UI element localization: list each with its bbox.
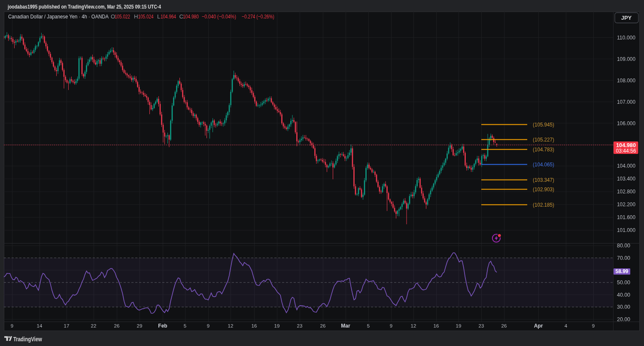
svg-text:23: 23	[297, 323, 303, 328]
svg-text:17: 17	[64, 323, 70, 328]
svg-text:L: L	[157, 13, 160, 20]
svg-text:14: 14	[37, 323, 43, 328]
svg-text:03:44:56: 03:44:56	[616, 148, 636, 154]
svg-text:(105.945): (105.945)	[533, 122, 554, 128]
svg-text:20.00: 20.00	[617, 316, 630, 322]
svg-text:26: 26	[114, 323, 120, 328]
svg-text:Canadian Dollar / Japanese Yen: Canadian Dollar / Japanese Yen · 4h · OA…	[8, 13, 109, 20]
svg-text:104.000: 104.000	[617, 163, 635, 169]
svg-text:JPY: JPY	[621, 15, 632, 21]
svg-text:104.980: 104.980	[183, 13, 199, 20]
svg-text:23: 23	[479, 323, 484, 328]
svg-text:26: 26	[320, 323, 326, 328]
svg-text:30.00: 30.00	[617, 304, 630, 310]
svg-text:26: 26	[501, 323, 507, 328]
svg-text:16: 16	[252, 323, 257, 328]
svg-text:5: 5	[367, 323, 370, 328]
svg-text:(105.227): (105.227)	[533, 137, 554, 143]
svg-text:80.00: 80.00	[617, 243, 630, 249]
svg-text:104.964: 104.964	[161, 13, 176, 20]
svg-text:joodabas1995 published on Trad: joodabas1995 published on TradingView.co…	[7, 3, 161, 10]
svg-text:H: H	[134, 13, 138, 20]
svg-text:101.600: 101.600	[617, 214, 635, 220]
svg-text:106.000: 106.000	[617, 120, 635, 126]
svg-text:29: 29	[137, 323, 143, 328]
svg-text:4: 4	[565, 323, 568, 328]
svg-text:(102.903): (102.903)	[533, 187, 554, 193]
svg-text:103.400: 103.400	[617, 176, 635, 182]
svg-text:40.00: 40.00	[617, 292, 630, 298]
svg-text:Apr: Apr	[534, 323, 543, 329]
svg-text:Mar: Mar	[341, 323, 350, 329]
svg-text:(104.783): (104.783)	[533, 147, 554, 153]
svg-text:5: 5	[184, 323, 186, 328]
svg-text:22: 22	[91, 323, 97, 328]
svg-text:TradingView: TradingView	[13, 336, 43, 343]
svg-text:Feb: Feb	[158, 323, 167, 329]
svg-text:12: 12	[228, 323, 234, 328]
svg-text:50.00: 50.00	[617, 280, 630, 286]
svg-text:(103.347): (103.347)	[533, 177, 554, 183]
svg-text:101.000: 101.000	[617, 227, 635, 233]
svg-text:−0.040 (−0.04%): −0.040 (−0.04%)	[202, 13, 236, 20]
svg-text:19: 19	[274, 323, 280, 328]
svg-text:9: 9	[11, 323, 13, 328]
svg-text:12: 12	[411, 323, 416, 328]
svg-text:16: 16	[434, 323, 439, 328]
svg-text:58.99: 58.99	[615, 268, 628, 274]
svg-text:(102.185): (102.185)	[533, 202, 554, 208]
svg-text:102.800: 102.800	[617, 189, 635, 195]
svg-text:105.022: 105.022	[115, 13, 130, 20]
svg-text:9: 9	[592, 323, 595, 328]
svg-text:70.00: 70.00	[617, 255, 630, 261]
svg-text:110.000: 110.000	[617, 35, 635, 41]
svg-text:105.024: 105.024	[138, 13, 154, 20]
svg-text:19: 19	[456, 323, 462, 328]
svg-text:(104.065): (104.065)	[533, 162, 554, 168]
svg-text:9: 9	[390, 323, 392, 328]
svg-text:107.000: 107.000	[617, 99, 635, 105]
svg-text:108.000: 108.000	[617, 78, 635, 84]
svg-text:109.000: 109.000	[617, 56, 635, 62]
svg-text:−0.274 (−0.26%): −0.274 (−0.26%)	[242, 13, 274, 20]
svg-text:102.200: 102.200	[617, 202, 635, 208]
svg-text:9: 9	[207, 323, 210, 328]
